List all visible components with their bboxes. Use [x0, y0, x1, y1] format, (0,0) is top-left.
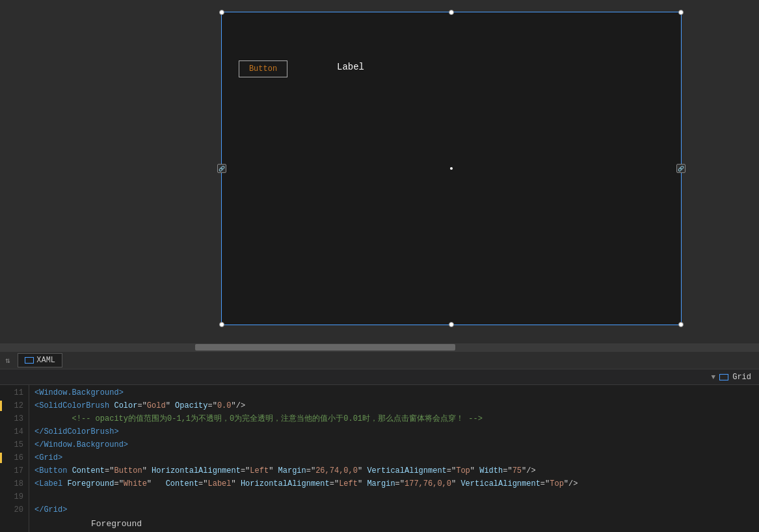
handle-top-center[interactable] — [449, 10, 454, 15]
canvas-button-widget[interactable]: Button — [239, 60, 287, 77]
code-editor: ⇅ XAML ▼ Grid 11 12 13 14 15 16 17 18 — [0, 351, 759, 532]
xaml-tab-icon — [25, 357, 34, 364]
code-line-16: <Grid> — [34, 451, 759, 464]
code-line-13: <!-- opacity的值范围为0-1,1为不透明，0为完全透明，注意当他的值… — [34, 412, 759, 425]
tab-xaml[interactable]: XAML — [18, 353, 62, 367]
code-text-area[interactable]: <Window.Background> <SolidColorBrush Col… — [29, 385, 759, 532]
handle-left-link[interactable]: 🔗 — [217, 164, 226, 173]
line-14: 14 — [0, 425, 29, 438]
line-16: 16 — [0, 451, 29, 464]
line-15: 15 — [0, 438, 29, 451]
code-line-12: <SolidColorBrush Color="Gold" Opacity="0… — [34, 399, 759, 412]
code-line-19 — [34, 490, 759, 503]
code-tabs-bar: ⇅ XAML — [0, 351, 759, 369]
handle-top-right[interactable] — [678, 10, 684, 15]
xaml-window-preview: 🔗 🔗 Button Label — [221, 12, 682, 325]
code-line-14: </SolidColorBrush> — [34, 425, 759, 438]
canvas-label-widget: Label — [337, 62, 364, 72]
handle-right-link[interactable]: 🔗 — [676, 164, 686, 173]
handle-bottom-left[interactable] — [219, 322, 224, 327]
handle-top-left[interactable] — [219, 10, 224, 15]
design-scrollbar[interactable] — [0, 343, 759, 351]
line-12: 12 — [0, 399, 29, 412]
design-canvas: 🔗 🔗 Button Label — [0, 0, 759, 351]
line-18: 18 — [0, 477, 29, 490]
code-line-11: <Window.Background> — [34, 386, 759, 399]
handle-bottom-center[interactable] — [449, 322, 454, 327]
line-19: 19 — [0, 490, 29, 503]
code-line-15: </Window.Background> — [34, 438, 759, 451]
line-11: 11 — [0, 386, 29, 399]
code-line-18: <Label Foreground="White" Content="Label… — [34, 477, 759, 490]
code-breadcrumb-bar: ▼ Grid — [0, 369, 759, 385]
line-17: 17 — [0, 464, 29, 477]
center-dot — [450, 167, 453, 170]
code-line-17: <Button Content="Button" HorizontalAlign… — [34, 464, 759, 477]
code-lines-container: 11 12 13 14 15 16 17 18 19 20 <Window.Ba… — [0, 385, 759, 532]
code-line-20: </Grid> — [34, 503, 759, 516]
line-13: 13 — [0, 412, 29, 425]
sort-icon: ⇅ — [5, 356, 10, 366]
foreground-label: Foreground — [91, 519, 142, 529]
handle-bottom-right[interactable] — [678, 322, 684, 327]
line-numbers-gutter: 11 12 13 14 15 16 17 18 19 20 — [0, 385, 29, 532]
grid-breadcrumb-icon — [719, 374, 728, 380]
scrollbar-thumb[interactable] — [195, 344, 455, 351]
line-20: 20 — [0, 503, 29, 516]
